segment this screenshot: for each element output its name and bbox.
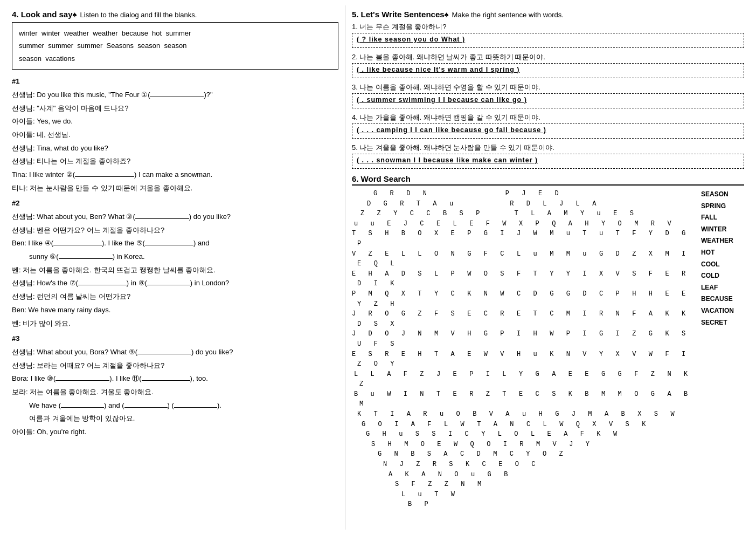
sentence-5: 5. 나는 겨울을 좋아해. 왜냐하면 눈사람을 만들 수 있기 때문이야. (… bbox=[352, 143, 744, 169]
dialog-hash1: #1 bbox=[12, 75, 338, 88]
ws-word-10: VACATION bbox=[701, 305, 744, 317]
ws-word-11: SECRET bbox=[701, 317, 744, 329]
sentence-3-num: 3. 나는 여름을 좋아해. 왜냐하면 수영을 할 수 있기 때문이야. bbox=[352, 83, 744, 92]
sentence-4: 4. 나는 가을을 좋아해. 왜냐하면 캠핑을 갈 수 있기 때문이야. ( .… bbox=[352, 113, 744, 139]
ws-row-13: K T I A R u O B V A u H G J M A B X S W bbox=[352, 409, 692, 420]
ws-row-4: T S H B O X E P G I J W M u T u T F Y D … bbox=[352, 229, 692, 249]
sentence-1-num: 1. 너는 무슨 계절을 좋아하니? bbox=[352, 22, 744, 32]
dialog3-line5: 여름과 겨울에는 방학이 있잖아요. bbox=[12, 412, 338, 426]
dialog2-line5: 선생님: How's the ⑦() in ⑧() in London? bbox=[12, 277, 338, 290]
right-panel: 5. Let's Write Sentences♠ Make the right… bbox=[345, 5, 751, 530]
ws-row-14: G O I A F L W T A N C L W Q X V S K bbox=[352, 420, 692, 430]
dialog2-line0: 선생님: What about you, Ben? What ③() do yo… bbox=[12, 210, 338, 224]
ws-row-3: u u E J C E L E F W X P Q A H Y O M R V bbox=[352, 219, 692, 229]
word-box-content: winter winter weather weather because ho… bbox=[19, 27, 331, 65]
ws-row-20: S F Z Z N M bbox=[352, 479, 692, 490]
dialog1-line5: 선생님: 티나는 어느 계절을 좋아하죠? bbox=[12, 155, 338, 168]
dialog2-line6: 선생님: 런던의 여름 날씨는 어떤가요? bbox=[12, 290, 338, 304]
ws-row-5: V Z E L L O N G F C L u M M u G D Z X M … bbox=[352, 249, 692, 269]
dialog3-line3: 보라: 저는 여름을 좋아해요. 겨울도 좋아해요. bbox=[12, 386, 338, 399]
ws-row-15: G H u S S I C Y L O L E A F K W bbox=[352, 429, 692, 440]
ws-row-22: B P bbox=[352, 499, 692, 510]
ws-word-2: FALL bbox=[701, 212, 744, 224]
ws-row-10: E S R E H T A E W V H u K N V Y X V W F … bbox=[352, 349, 692, 369]
dialog2-line8: 벤: 비가 많이 와요. bbox=[12, 317, 338, 331]
sentence-5-num: 5. 나는 겨울을 좋아해. 왜냐하면 눈사람을 만들 수 있기 때문이야. bbox=[352, 143, 744, 153]
dialog-text: #1 선생님: Do you like this music, "The Fou… bbox=[12, 75, 338, 439]
ws-word-4: WEATHER bbox=[701, 235, 744, 247]
dialog1-line1: 선생님: "사계" 음악이 마음에 드나요? bbox=[12, 102, 338, 115]
ws-row-7: P M Q X T Y C K N W C D G G D C P H H E … bbox=[352, 289, 692, 309]
ws-row-18: N J Z R S K C E O C bbox=[352, 459, 692, 470]
dialog-hash2: #2 bbox=[12, 197, 338, 210]
dialog2-line3: sunny ⑥() in Korea. bbox=[12, 250, 338, 264]
left-panel: 4. Look and say♠ Listen to the dialog an… bbox=[5, 5, 345, 530]
section5-title-bar: 5. Let's Write Sentences♠ Make the right… bbox=[352, 10, 744, 19]
ws-row-19: A K A N O u G B bbox=[352, 470, 692, 480]
dialog1-line0: 선생님: Do you like this music, "The Four ①… bbox=[12, 88, 338, 102]
sentence-2-scramble: ( . like because nice It's warm and I sp… bbox=[352, 63, 744, 78]
sentence-3: 3. 나는 여름을 좋아해. 왜냐하면 수영을 할 수 있기 때문이야. ( .… bbox=[352, 83, 744, 108]
section4-listen-label: Listen to the dialog and fill the blanks… bbox=[80, 11, 197, 19]
ws-row-16: S H M O E W Q O I R M V J Y bbox=[352, 440, 692, 450]
dialog1-line2: 아이들: Yes, we do. bbox=[12, 115, 338, 128]
dialog1-line4: 선생님: Tina, what do you like? bbox=[12, 142, 338, 155]
ws-row-8: J R O G Z F S E C R E T C M I R N F A K … bbox=[352, 309, 692, 329]
word-search-area: G R D N P J E D D G R T A u R D L J L A … bbox=[352, 189, 744, 510]
dialog2-line1: 선생님: 벤은 어떤가요? 어느 계절을 좋아하나요? bbox=[12, 224, 338, 237]
sentence-5-scramble: ( . . . snowman I I because like make ca… bbox=[352, 154, 744, 169]
ws-word-8: LEAF bbox=[701, 282, 744, 294]
ws-row-9: J D O J N M V H G P I H W P I G I Z G K … bbox=[352, 329, 692, 349]
ws-word-1: SPRING bbox=[701, 201, 744, 212]
ws-row-0: G R D N P J E D bbox=[352, 189, 692, 199]
ws-word-3: WINTER bbox=[701, 224, 744, 236]
sentence-4-scramble: ( . . . camping I I can like because go … bbox=[352, 124, 744, 139]
ws-word-5: HOT bbox=[701, 247, 744, 259]
word-search-title: 6. Word Search bbox=[352, 174, 744, 186]
section4-title: 4. Look and say♠ bbox=[12, 10, 77, 19]
sentence-2-num: 2. 나는 봄을 좋아해. 왜냐하면 날씨가 좋고 따뜻하기 때문이야. bbox=[352, 52, 744, 62]
dialog2-line7: Ben: We have many rainy days. bbox=[12, 304, 338, 317]
ws-word-0: SEASON bbox=[701, 189, 744, 201]
sentence-3-scramble: ( . summer swimming I I because can like… bbox=[352, 93, 744, 108]
dialog1-line7: 티나: 저는 눈사람을 만들 수 있기 때문에 겨울을 좋아해요. bbox=[12, 182, 338, 195]
ws-word-6: COOL bbox=[701, 259, 744, 271]
ws-row-11: L L A F Z J E P I L Y G A E E G G F Z N … bbox=[352, 369, 692, 389]
dialog3-line0: 선생님: What about you, Bora? What ⑨() do y… bbox=[12, 346, 338, 359]
dialog3-line1: 선생님: 보라는 어때요? 어느 계절을 좋아하나요? bbox=[12, 359, 338, 373]
ws-word-9: BECAUSE bbox=[701, 293, 744, 305]
dialog2-line2: Ben: I like ④(). I like the ⑤() and bbox=[12, 237, 338, 250]
sentence-1-scramble: ( ? like season you do What ) bbox=[352, 33, 744, 48]
ws-row-12: B u W I N T E R Z T E C S K B M M O G A … bbox=[352, 389, 692, 409]
ws-words: SEASON SPRING FALL WINTER WEATHER HOT CO… bbox=[701, 189, 744, 510]
ws-grid: G R D N P J E D D G R T A u R D L J L A … bbox=[352, 189, 692, 510]
dialog-hash3: #3 bbox=[12, 332, 338, 346]
dialog3-line4: We have () and () (). bbox=[12, 399, 338, 413]
dialog1-line6: Tina: I like winter ②() I can make a sno… bbox=[12, 168, 338, 182]
sentence-2: 2. 나는 봄을 좋아해. 왜냐하면 날씨가 좋고 따뜻하기 때문이야. ( .… bbox=[352, 52, 744, 78]
dialog1-line3: 아이들: 네, 선생님. bbox=[12, 128, 338, 142]
section4-title-bar: 4. Look and say♠ Listen to the dialog an… bbox=[12, 10, 338, 19]
section5-make-label: Make the right sentence with words. bbox=[452, 11, 564, 19]
ws-word-7: COLD bbox=[701, 270, 744, 282]
sentence-1: 1. 너는 무슨 계절을 좋아하니? ( ? like season you d… bbox=[352, 22, 744, 48]
ws-row-2: Z Z Y C C B S P T L A M Y u E S bbox=[352, 209, 692, 219]
section5-title: 5. Let's Write Sentences♠ bbox=[352, 10, 449, 19]
ws-row-1: D G R T A u R D L J L A bbox=[352, 199, 692, 209]
dialog3-line6: 아이들: Oh, you're right. bbox=[12, 426, 338, 439]
ws-row-21: L u T W bbox=[352, 490, 692, 500]
sentences-container: 1. 너는 무슨 계절을 좋아하니? ( ? like season you d… bbox=[352, 22, 744, 169]
word-box: winter winter weather weather because ho… bbox=[12, 22, 338, 70]
dialog3-line2: Bora: I like ⑩(). I like ⑪(), too. bbox=[12, 372, 338, 386]
sentence-4-num: 4. 나는 가을을 좋아해. 왜냐하면 캠핑을 갈 수 있기 때문이야. bbox=[352, 113, 744, 122]
dialog2-line4: 벤: 저는 여름을 좋아해요. 한국의 뜨겁고 쨍쨍한 날씨를 좋아해요. bbox=[12, 264, 338, 277]
ws-row-6: E H A D S L P W O S F T Y Y I X V S F E … bbox=[352, 269, 692, 289]
ws-row-17: G N B S A C D M C Y O Z bbox=[352, 449, 692, 459]
